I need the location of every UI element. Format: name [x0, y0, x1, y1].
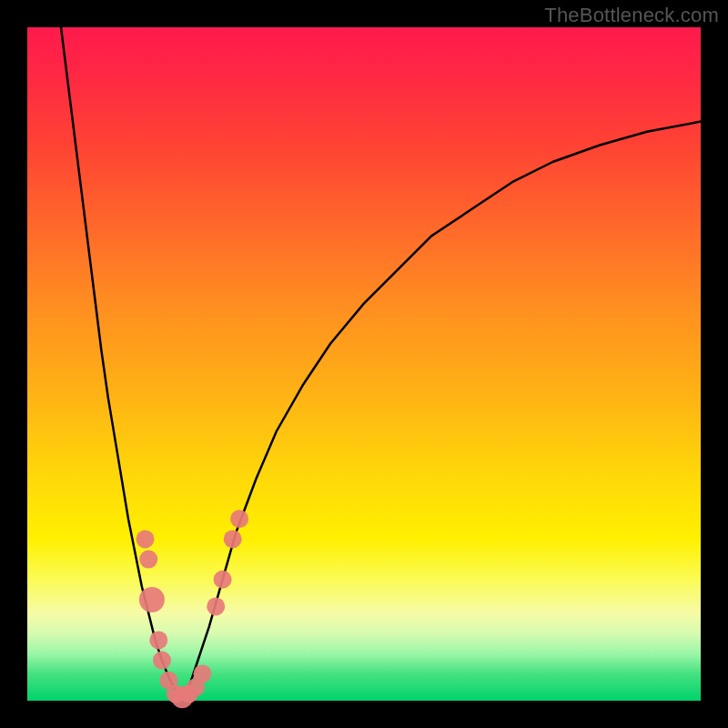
- data-point: [149, 631, 167, 649]
- plot-area: [27, 27, 701, 701]
- data-point: [207, 597, 225, 615]
- data-point: [224, 530, 242, 548]
- data-point: [139, 587, 165, 612]
- outer-frame: TheBottleneck.com: [0, 0, 728, 728]
- data-point: [153, 652, 171, 670]
- watermark-label: TheBottleneck.com: [544, 4, 719, 27]
- data-point: [214, 571, 232, 589]
- data-point: [230, 510, 248, 528]
- data-point: [193, 664, 211, 682]
- data-point: [139, 551, 157, 569]
- curve-right-branch: [182, 122, 701, 698]
- data-point: [136, 530, 155, 548]
- chart-svg: [27, 27, 701, 701]
